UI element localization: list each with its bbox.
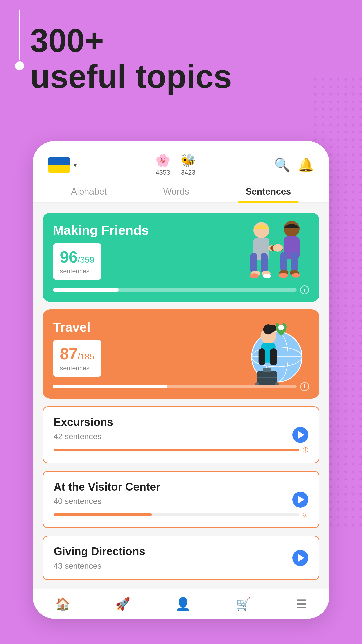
language-selector[interactable]: ▾ bbox=[48, 157, 77, 173]
svg-rect-26 bbox=[263, 368, 271, 372]
travel-progress-bar bbox=[53, 385, 297, 388]
flower-icon: 🌸 bbox=[155, 153, 170, 168]
making-friends-progress-bar bbox=[53, 288, 297, 292]
profile-icon: 👤 bbox=[175, 597, 191, 611]
nav-tabs: Alphabet Words Sentences bbox=[33, 181, 329, 203]
making-friends-label: sentences bbox=[60, 267, 94, 275]
svg-point-7 bbox=[250, 273, 259, 278]
svg-point-17 bbox=[292, 273, 300, 278]
bee-icon: 🐝 bbox=[180, 153, 196, 168]
hero-line1: 300+ bbox=[30, 23, 232, 59]
tab-sentences[interactable]: Sentences bbox=[238, 181, 298, 202]
making-friends-total: /359 bbox=[78, 255, 94, 264]
giving-directions-play-button[interactable] bbox=[292, 550, 308, 566]
giving-directions-title: Giving Directions bbox=[54, 545, 308, 558]
travel-illustration bbox=[231, 312, 317, 385]
flower-count: 4353 bbox=[156, 169, 170, 176]
header-icons: 🔍 🔔 bbox=[274, 157, 314, 173]
bee-count: 3423 bbox=[181, 169, 195, 176]
travel-stats: 87/185 sentences bbox=[53, 340, 101, 377]
excursions-sentences: 42 sentences bbox=[54, 432, 308, 441]
excursions-info-icon[interactable]: ⓘ bbox=[303, 446, 308, 454]
bottom-nav-rocket[interactable]: 🚀 bbox=[115, 597, 130, 611]
travel-progress-fill bbox=[53, 385, 167, 388]
visitor-center-sentences: 40 sentences bbox=[54, 497, 308, 506]
travel-count: 87 bbox=[60, 345, 78, 363]
making-friends-stats: 96/359 sentences bbox=[53, 243, 101, 280]
giving-directions-card[interactable]: Giving Directions 43 sentences bbox=[43, 536, 319, 580]
home-icon: 🏠 bbox=[55, 597, 70, 611]
cart-icon: 🛒 bbox=[236, 597, 251, 611]
svg-rect-13 bbox=[291, 252, 298, 272]
visitor-center-title: At the Visitor Center bbox=[54, 480, 308, 493]
svg-rect-32 bbox=[259, 348, 265, 365]
making-friends-count: 96 bbox=[60, 248, 78, 266]
visitor-center-play-button[interactable] bbox=[292, 492, 308, 508]
search-icon[interactable]: 🔍 bbox=[274, 157, 290, 173]
svg-point-8 bbox=[263, 274, 271, 278]
svg-rect-3 bbox=[250, 253, 257, 273]
svg-point-24 bbox=[278, 325, 284, 330]
svg-rect-33 bbox=[270, 348, 277, 365]
bottom-nav-profile[interactable]: 👤 bbox=[175, 597, 191, 611]
hero-section: 300+ useful topics bbox=[30, 23, 232, 95]
tab-alphabet[interactable]: Alphabet bbox=[63, 181, 114, 202]
travel-card[interactable]: Travel 87/185 sentences i bbox=[43, 309, 319, 399]
phone-mockup: ▾ 🌸 4353 🐝 3423 🔍 🔔 Alphabet Words Sente… bbox=[33, 141, 329, 619]
svg-rect-4 bbox=[261, 253, 268, 273]
friends-illustration bbox=[231, 215, 317, 288]
excursions-progress-row: ⓘ bbox=[54, 446, 308, 454]
play-icon-2 bbox=[298, 496, 304, 504]
excursions-card[interactable]: Excursions 42 sentences ⓘ bbox=[43, 406, 319, 463]
svg-rect-12 bbox=[280, 252, 287, 272]
bottom-nav-home[interactable]: 🏠 bbox=[55, 597, 70, 611]
giving-directions-sentences: 43 sentences bbox=[54, 561, 308, 571]
visitor-center-info-icon[interactable]: ⓘ bbox=[303, 511, 308, 518]
phone-content: Making Friends 96/359 sentences i bbox=[33, 203, 329, 619]
ukraine-flag bbox=[48, 157, 70, 173]
making-friends-progress-fill bbox=[53, 288, 119, 292]
bottom-nav-cart[interactable]: 🛒 bbox=[236, 597, 251, 611]
visitor-center-progress-row: ⓘ bbox=[54, 511, 308, 518]
rocket-icon: 🚀 bbox=[115, 597, 130, 611]
tab-words[interactable]: Words bbox=[156, 181, 197, 202]
svg-point-35 bbox=[269, 325, 276, 332]
making-friends-card[interactable]: Making Friends 96/359 sentences i bbox=[43, 213, 319, 302]
bee-stat: 🐝 3423 bbox=[180, 153, 196, 176]
travel-total: /185 bbox=[78, 352, 94, 361]
svg-point-10 bbox=[284, 221, 300, 237]
line-decoration bbox=[19, 10, 20, 80]
hero-line2: useful topics bbox=[30, 59, 232, 95]
excursions-play-button[interactable] bbox=[292, 427, 308, 443]
menu-icon: ☰ bbox=[296, 597, 307, 611]
phone-header: ▾ 🌸 4353 🐝 3423 🔍 🔔 bbox=[33, 141, 329, 181]
flower-stat: 🌸 4353 bbox=[155, 153, 170, 176]
chevron-down-icon: ▾ bbox=[73, 161, 77, 169]
svg-point-16 bbox=[279, 273, 288, 278]
visitor-center-card[interactable]: At the Visitor Center 40 sentences ⓘ bbox=[43, 471, 319, 528]
svg-point-19 bbox=[273, 244, 283, 252]
play-icon bbox=[298, 431, 304, 439]
excursions-title: Excursions bbox=[54, 416, 308, 428]
bottom-nav-menu[interactable]: ☰ bbox=[296, 597, 307, 611]
stats-area: 🌸 4353 🐝 3423 bbox=[155, 153, 196, 176]
bottom-nav: 🏠 🚀 👤 🛒 ☰ bbox=[33, 589, 329, 619]
play-icon-3 bbox=[298, 554, 304, 562]
bell-icon[interactable]: 🔔 bbox=[298, 157, 314, 173]
travel-label: sentences bbox=[60, 364, 94, 372]
